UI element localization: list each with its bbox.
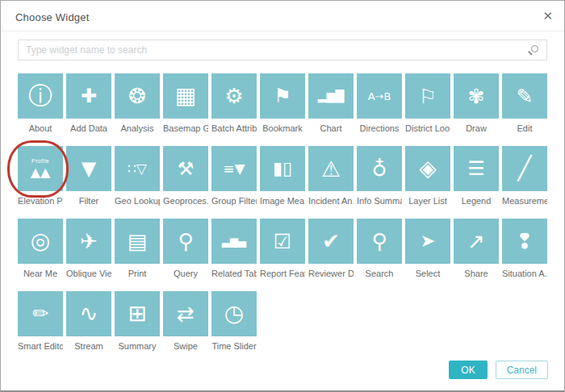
- image-measurement-icon: ▮▯: [260, 146, 305, 191]
- dialog-title: Choose Widget: [15, 11, 550, 23]
- widget-tile-share[interactable]: ↗ Share: [454, 219, 499, 279]
- layer-list-icon: ◈: [405, 146, 450, 191]
- select-icon: ➤: [405, 219, 450, 264]
- widget-label: Incident An...: [308, 196, 354, 206]
- widget-tile-situation-a[interactable]: ❢ Situation A...: [502, 219, 547, 279]
- widget-tile-summary[interactable]: ⊞ Summary: [115, 291, 160, 352]
- widget-tile-reviewer-d[interactable]: ✔ Reviewer D...: [308, 219, 354, 279]
- cancel-button[interactable]: Cancel: [496, 361, 548, 379]
- widget-tile-smart-editor[interactable]: ✏ Smart Editor: [18, 291, 63, 352]
- widget-label: Summary: [115, 341, 160, 352]
- widget-tile-directions[interactable]: A⇢B Directions: [357, 73, 402, 134]
- widget-label: Chart: [308, 123, 354, 134]
- widget-label: Edit: [502, 123, 547, 134]
- widget-tile-legend[interactable]: ☰ Legend: [454, 146, 499, 206]
- widget-label: Print: [115, 269, 160, 279]
- search-widget-icon: ⚲: [357, 219, 402, 264]
- widget-tile-bookmark[interactable]: ⚑ Bookmark: [260, 73, 305, 134]
- widget-label: District Loo...: [405, 123, 450, 134]
- widget-tile-print[interactable]: ▤ Print: [115, 219, 160, 279]
- widget-tile-layer-list[interactable]: ◈ Layer List: [405, 146, 450, 206]
- search-icon: [531, 45, 538, 52]
- widget-tile-search[interactable]: ⚲ Search: [357, 219, 402, 279]
- choose-widget-dialog: { "dialog": { "title": "Choose Widget", …: [0, 0, 565, 392]
- widget-label: Legend: [454, 196, 499, 206]
- widget-label: Stream: [66, 341, 111, 352]
- widget-label: Directions: [357, 123, 402, 134]
- widget-label: Elevation Pr...: [18, 196, 63, 206]
- near-me-icon: ◎: [18, 219, 63, 264]
- widget-tile-filter[interactable]: ▼ Filter: [66, 146, 111, 206]
- widget-tile-district-loo[interactable]: ⚐ District Loo...: [405, 73, 450, 134]
- widget-label: Add Data: [66, 123, 111, 134]
- close-icon[interactable]: ✕: [542, 9, 553, 23]
- widget-tile-query[interactable]: ⚲ Query: [163, 219, 208, 279]
- widget-label: Search: [357, 269, 402, 279]
- widget-label: Near Me: [18, 269, 63, 279]
- chart-icon: ▂▆█: [308, 73, 354, 119]
- widget-label: Reviewer D...: [308, 269, 354, 279]
- widget-tile-batch-attrib[interactable]: ⚙ Batch Attrib...: [211, 73, 257, 134]
- draw-icon: ✾: [454, 73, 499, 119]
- widget-tile-near-me[interactable]: ◎ Near Me: [18, 219, 63, 279]
- ok-button[interactable]: OK: [449, 361, 487, 379]
- query-icon: ⚲: [163, 219, 208, 264]
- widget-label: Oblique Vie...: [66, 269, 111, 279]
- widget-tile-edit[interactable]: ✎ Edit: [502, 73, 547, 134]
- widget-label: Time Slider: [211, 341, 257, 352]
- widget-tile-swipe[interactable]: ⇄ Swipe: [163, 291, 208, 352]
- analysis-icon: ❂: [115, 73, 160, 119]
- widget-label: Info Summary: [357, 196, 402, 206]
- dialog-header: Choose Widget ✕: [1, 1, 564, 31]
- widget-tile-analysis[interactable]: ❂ Analysis: [115, 73, 160, 134]
- search-input[interactable]: [18, 40, 547, 60]
- widget-tile-draw[interactable]: ✾ Draw: [454, 73, 499, 134]
- share-icon: ↗: [454, 219, 499, 264]
- widget-tile-incident-an[interactable]: ⚠ Incident An...: [308, 146, 354, 206]
- widget-label: Related Tab...: [211, 269, 257, 279]
- widget-tile-geoproces[interactable]: ⚒ Geoproces...: [163, 146, 208, 206]
- widget-label: Query: [163, 269, 208, 279]
- report-feature-icon: ☑: [260, 219, 305, 264]
- widget-tile-related-tab[interactable]: ▃▆▄ Related Tab...: [211, 219, 257, 279]
- dialog-footer: OK Cancel: [1, 361, 564, 390]
- widget-label: About: [18, 123, 63, 134]
- widget-label: Swipe: [163, 341, 208, 352]
- widget-tile-basemap-g[interactable]: ▦ Basemap G...: [163, 73, 208, 134]
- widget-label: Layer List: [405, 196, 450, 206]
- widget-tile-info-summary[interactable]: ♁ Info Summary: [357, 146, 402, 206]
- swipe-icon: ⇄: [163, 291, 208, 336]
- widget-tile-add-data[interactable]: ✚ Add Data: [66, 73, 111, 134]
- geoprocessing-icon: ⚒: [163, 146, 208, 191]
- widget-tile-time-slider[interactable]: ◷ Time Slider: [211, 291, 257, 352]
- widget-tile-chart[interactable]: ▂▆█ Chart: [308, 73, 354, 134]
- widget-tile-group-filter[interactable]: ≡▼ Group Filter: [211, 146, 257, 206]
- district-lookup-icon: ⚐: [405, 73, 450, 119]
- widget-tile-image-mea[interactable]: ▮▯ Image Mea...: [260, 146, 305, 206]
- widget-tile-stream[interactable]: ∿ Stream: [66, 291, 111, 352]
- widget-label: Share: [454, 269, 499, 279]
- widget-tile-about[interactable]: ⓘ About: [18, 73, 63, 134]
- batch-attribute-icon: ⚙: [211, 73, 257, 119]
- info-summary-icon: ♁: [357, 146, 402, 191]
- widget-tile-measurement[interactable]: ╱ Measurement: [502, 146, 547, 206]
- smart-editor-icon: ✏: [18, 291, 63, 336]
- stream-icon: ∿: [66, 291, 111, 336]
- widget-tile-select[interactable]: ➤ Select: [405, 219, 450, 279]
- widget-tile-oblique-vie[interactable]: ✈ Oblique Vie...: [66, 219, 111, 279]
- widget-tile-elevation-pr[interactable]: Profile ▲▲ Elevation Pr...: [18, 146, 63, 206]
- widget-label: Filter: [66, 196, 111, 206]
- widget-tile-geo-lookup[interactable]: ∷▽ Geo Lookup: [115, 146, 160, 206]
- widget-label: Analysis: [115, 123, 160, 134]
- widget-tile-report-feat[interactable]: ☑ Report Feat...: [260, 219, 305, 279]
- time-slider-icon: ◷: [211, 291, 257, 336]
- widget-label: Batch Attrib...: [211, 123, 257, 134]
- legend-icon: ☰: [454, 146, 499, 191]
- search-bar: [18, 40, 547, 60]
- widget-label: Select: [405, 269, 450, 279]
- print-icon: ▤: [115, 219, 160, 264]
- group-filter-icon: ≡▼: [211, 146, 257, 191]
- widget-grid: ⓘ About ✚ Add Data ❂ Analysis ▦ Basemap …: [1, 60, 564, 364]
- measurement-icon: ╱: [502, 146, 547, 191]
- widget-label: Situation A...: [502, 269, 547, 279]
